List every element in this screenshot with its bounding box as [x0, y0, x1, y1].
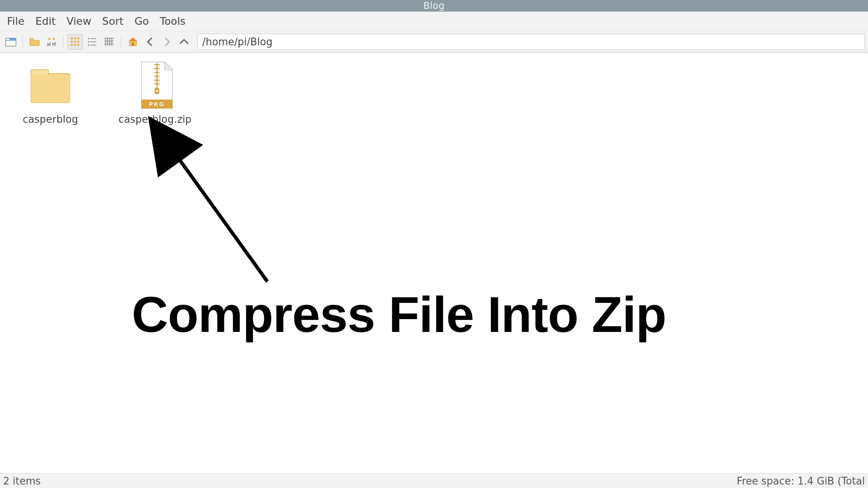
toolbar: /home/pi/Blog	[0, 31, 868, 53]
window-titlebar: Blog	[0, 0, 868, 12]
svg-rect-8	[71, 37, 73, 39]
status-bar: 2 items Free space: 1.4 GiB (Total	[0, 473, 868, 488]
arrow-right-icon	[161, 36, 173, 48]
menu-edit[interactable]: Edit	[30, 13, 61, 29]
svg-point-17	[88, 38, 90, 39]
svg-marker-31	[129, 37, 138, 41]
svg-rect-23	[105, 38, 106, 46]
svg-point-21	[88, 44, 90, 46]
menu-bar: File Edit View Sort Go Tools	[0, 12, 868, 31]
svg-rect-7	[52, 43, 55, 44]
compact-view-button[interactable]	[84, 34, 100, 50]
svg-rect-3	[30, 38, 33, 40]
svg-point-19	[88, 41, 90, 43]
svg-text:PKG: PKG	[149, 101, 165, 107]
window-title: Blog	[423, 0, 444, 11]
grid-icon	[69, 36, 81, 48]
svg-rect-9	[74, 37, 76, 39]
new-tab-icon	[5, 36, 17, 48]
svg-marker-37	[165, 62, 172, 70]
svg-point-4	[48, 38, 51, 40]
toolbar-separator	[63, 35, 64, 48]
icon-view-button[interactable]	[67, 34, 83, 50]
svg-rect-18	[90, 38, 96, 39]
status-item-count: 2 items	[3, 475, 41, 487]
svg-line-43	[172, 150, 267, 282]
back-button[interactable]	[142, 34, 158, 50]
svg-rect-26	[112, 38, 112, 46]
compact-list-icon	[86, 36, 98, 48]
file-label: casperblog.zip	[119, 113, 192, 125]
preferences-icon	[46, 36, 57, 48]
menu-sort[interactable]: Sort	[97, 13, 129, 29]
svg-rect-28	[105, 41, 114, 41]
svg-rect-6	[47, 44, 50, 45]
forward-button[interactable]	[159, 34, 175, 50]
menu-tools[interactable]: Tools	[154, 13, 191, 29]
preferences-button[interactable]	[44, 34, 59, 50]
svg-rect-14	[71, 44, 73, 46]
file-item-folder[interactable]: casperblog	[12, 60, 89, 125]
arrow-left-icon	[144, 36, 156, 48]
svg-rect-2	[6, 40, 16, 41]
svg-point-5	[53, 38, 55, 40]
folder-icon	[23, 60, 78, 110]
svg-rect-15	[74, 44, 76, 46]
svg-rect-24	[107, 38, 108, 46]
file-view[interactable]: casperblog PKG	[0, 53, 868, 473]
home-icon	[127, 36, 139, 48]
svg-rect-27	[105, 38, 114, 38]
status-free-space: Free space: 1.4 GiB (Total	[737, 475, 865, 487]
svg-rect-22	[90, 45, 96, 45]
toolbar-separator	[121, 35, 121, 48]
annotation-text: Compress File Into Zip	[132, 285, 666, 344]
detail-view-button[interactable]	[102, 34, 117, 50]
svg-rect-12	[74, 41, 76, 43]
svg-rect-29	[105, 43, 114, 44]
menu-file[interactable]: File	[2, 13, 30, 29]
svg-rect-35	[31, 75, 70, 103]
svg-rect-11	[71, 41, 73, 43]
file-label: casperblog	[22, 113, 78, 125]
arrow-up-icon	[178, 36, 190, 48]
svg-rect-16	[78, 44, 79, 46]
archive-icon: PKG	[128, 60, 182, 110]
new-folder-icon	[29, 36, 40, 48]
detail-list-icon	[103, 36, 115, 48]
up-button[interactable]	[176, 34, 192, 50]
svg-rect-20	[90, 41, 96, 42]
svg-point-39	[156, 90, 158, 92]
svg-rect-25	[109, 38, 110, 46]
svg-rect-13	[78, 41, 79, 43]
svg-rect-32	[132, 42, 134, 45]
path-bar[interactable]: /home/pi/Blog	[197, 34, 865, 50]
menu-view[interactable]: View	[61, 13, 96, 29]
new-tab-button[interactable]	[3, 34, 19, 50]
menu-go[interactable]: Go	[129, 13, 154, 29]
toolbar-separator	[22, 35, 23, 48]
svg-rect-10	[78, 37, 79, 39]
icon-grid: casperblog PKG	[0, 53, 868, 132]
new-folder-button[interactable]	[27, 34, 42, 50]
home-button[interactable]	[125, 34, 141, 50]
file-item-archive[interactable]: PKG casperblog.zip	[116, 60, 194, 125]
path-text: /home/pi/Blog	[202, 36, 272, 48]
